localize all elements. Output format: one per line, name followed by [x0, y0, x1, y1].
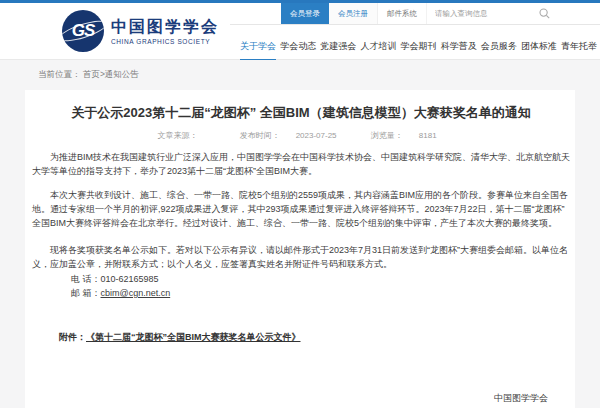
contact-email-line: 邮 箱：cbim@cgn.net.cn [71, 286, 570, 300]
phone-value: 010-62165985 [101, 274, 159, 284]
org-name-en: CHINA GRAPHICS SOCIETY [111, 38, 219, 45]
logo-text: 中国图学学会 CHINA GRAPHICS SOCIETY [111, 18, 219, 45]
paragraph-2: 本次大赛共收到设计、施工、综合、一带一路、院校5个组别的2559项成果，其内容涵… [32, 188, 570, 230]
email-link[interactable]: cbim@cgn.net.cn [101, 288, 171, 298]
article-meta: 文章来源： 发布时间：2023-07-25 浏览量：8181 [32, 130, 570, 141]
mail-system-button[interactable]: 邮件系统 [378, 3, 427, 24]
search-icon[interactable] [539, 8, 550, 19]
org-name-cn: 中国图学学会 [111, 18, 219, 36]
phone-label: 电 话： [71, 274, 101, 284]
email-label: 邮 箱： [71, 288, 101, 298]
logo-globe-icon: GS [62, 10, 104, 52]
search-input[interactable] [435, 9, 513, 18]
nav-item-news[interactable]: 学会动态 [280, 40, 316, 61]
attachment-label: 附件： [59, 332, 86, 342]
breadcrumb-label: 当前位置： [38, 69, 81, 79]
meta-date: 发布时间：2023-07-25 [232, 131, 345, 140]
meta-views: 浏览量：8181 [363, 131, 445, 140]
member-register-button[interactable]: 会员注册 [329, 3, 378, 24]
page-content: 当前位置： 首页>通知公告 关于公示2023第十二届“龙图杯” 全国BIM（建筑… [0, 60, 600, 408]
member-login-button[interactable]: 会员登录 [281, 3, 329, 24]
utility-bar: 会员登录 会员注册 邮件系统 [281, 3, 550, 24]
nav-item-training[interactable]: 人才培训 [360, 40, 396, 61]
signature-block: 中国图学学会 2023年7月25日 [32, 391, 570, 408]
attachment-link[interactable]: 《第十二届“龙图杯”全国BIM大赛获奖名单公示文件》 [86, 332, 301, 342]
breadcrumb-current[interactable]: 通知公告 [105, 69, 139, 79]
nav-item-journal[interactable]: 学会期刊 [401, 40, 437, 61]
paragraph-3: 现将各奖项获奖名单公示如下。若对以下公示有异议，请以邮件形式于2023年7月31… [32, 243, 570, 271]
signature-org: 中国图学学会 [32, 391, 548, 406]
utility-divider [230, 24, 600, 25]
nav-item-member-service[interactable]: 会员服务 [481, 40, 517, 61]
meta-source-label: 文章来源： [157, 131, 197, 140]
site-logo[interactable]: GS 中国图学学会 CHINA GRAPHICS SOCIETY [62, 10, 219, 52]
article-title: 关于公示2023第十二届“龙图杯” 全国BIM（建筑信息模型）大赛获奖名单的通知 [62, 104, 540, 121]
nav-item-party[interactable]: 党建强会 [320, 40, 356, 61]
search-box [427, 3, 550, 24]
breadcrumb-home-link[interactable]: 首页 [83, 69, 100, 79]
site-header: GS 中国图学学会 CHINA GRAPHICS SOCIETY 会员登录 会员… [0, 3, 600, 60]
article-card: 关于公示2023第十二届“龙图杯” 全国BIM（建筑信息模型）大赛获奖名单的通知… [25, 90, 575, 408]
article-body: 为推进BIM技术在我国建筑行业广泛深入应用，中国图学学会在中国科学技术协会、中国… [32, 150, 570, 408]
paragraph-1: 为推进BIM技术在我国建筑行业广泛深入应用，中国图学学会在中国科学技术协会、中国… [32, 150, 570, 178]
nav-item-science[interactable]: 科学普及 [441, 40, 477, 61]
breadcrumb: 当前位置： 首页>通知公告 [0, 60, 600, 81]
contact-phone-line: 电 话：010-62165985 [71, 272, 570, 286]
main-nav: 关于学会 学会动态 党建强会 人才培训 学会期刊 科学普及 会员服务 团体标准 … [240, 40, 597, 61]
nav-item-standards[interactable]: 团体标准 [521, 40, 557, 61]
nav-item-youth[interactable]: 青年托举 [561, 40, 597, 61]
attachment-line: 附件：《第十二届“龙图杯”全国BIM大赛获奖名单公示文件》 [59, 330, 570, 344]
nav-item-about[interactable]: 关于学会 [240, 40, 276, 61]
